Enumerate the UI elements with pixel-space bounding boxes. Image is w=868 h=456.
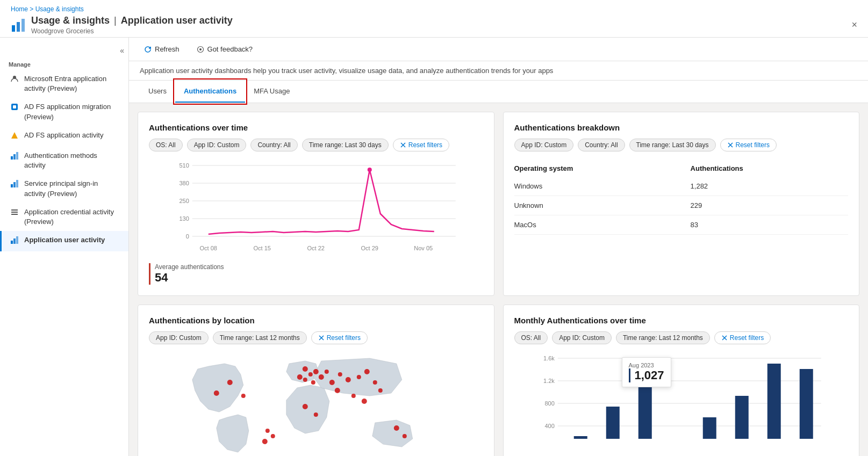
content-area: Authentications over time OS: All App ID…: [129, 103, 868, 456]
chip-breakdown-country[interactable]: Country: All: [578, 139, 625, 151]
svg-point-57: [362, 399, 367, 404]
close-button[interactable]: ×: [851, 19, 857, 31]
line-chart-container: 510 380 250 130 0 Oct 08 Oct 15 Oct 22 O…: [149, 160, 483, 257]
tab-authentications[interactable]: Authentications: [175, 81, 245, 103]
chip-location-reset[interactable]: Reset filters: [311, 331, 368, 344]
breadcrumb-home[interactable]: Home: [11, 5, 28, 13]
chip-monthly-os[interactable]: OS: All: [514, 331, 548, 344]
svg-point-58: [378, 388, 383, 393]
filter-chips-monthly: OS: All App ID: Custom Time range: Last …: [514, 331, 849, 344]
refresh-label: Refresh: [155, 45, 180, 53]
description-bar: Application user activity dashboards hel…: [129, 61, 868, 81]
svg-text:Oct 29: Oct 29: [361, 245, 378, 251]
svg-rect-11: [13, 182, 16, 187]
svg-point-52: [357, 375, 361, 379]
svg-point-44: [303, 378, 307, 382]
sidebar-item-app-user-activity[interactable]: Application user activity: [0, 231, 128, 251]
breadcrumb: Home > Usage & insights: [11, 5, 857, 13]
svg-rect-7: [11, 156, 13, 160]
svg-rect-12: [16, 180, 18, 187]
reset-filter-icon-4: [721, 335, 728, 341]
svg-text:1.6k: 1.6k: [543, 355, 554, 361]
svg-point-54: [373, 380, 377, 385]
chip-reset-filters[interactable]: Reset filters: [393, 139, 449, 151]
chip-location-app-id[interactable]: App ID: Custom: [149, 331, 209, 344]
sidebar-item-adfs-activity[interactable]: AD FS application activity: [0, 126, 128, 147]
svg-point-59: [303, 404, 308, 409]
tab-users[interactable]: Users: [140, 81, 175, 103]
svg-marker-6: [11, 132, 18, 139]
chip-monthly-time-range[interactable]: Time range: Last 12 months: [616, 331, 710, 344]
svg-rect-73: [573, 436, 587, 439]
svg-rect-80: [799, 369, 813, 439]
svg-point-37: [214, 390, 219, 396]
table-row: Windows 1,282: [514, 177, 849, 196]
svg-point-47: [319, 374, 324, 380]
feedback-button[interactable]: Got feedback?: [192, 43, 257, 55]
chip-monthly-app-id[interactable]: App ID: Custom: [552, 331, 612, 344]
card-auth-over-time-title: Authentications over time: [149, 123, 483, 132]
svg-text:0: 0: [186, 233, 189, 240]
count-macos: 83: [691, 215, 848, 235]
filter-chips-breakdown: App ID: Custom Country: All Time range: …: [514, 139, 849, 151]
sidebar-item-auth-methods[interactable]: Authentication methods activity: [0, 147, 128, 175]
breakdown-col-auth: Authentications: [691, 160, 848, 177]
app-icon: [11, 18, 26, 33]
auth-methods-icon: [10, 151, 19, 163]
chip-breakdown-reset[interactable]: Reset filters: [720, 139, 777, 151]
svg-point-56: [351, 394, 356, 398]
svg-rect-2: [21, 19, 25, 32]
svg-text:510: 510: [179, 162, 189, 169]
chip-monthly-reset[interactable]: Reset filters: [714, 331, 771, 344]
chip-app-id-custom[interactable]: App ID: Custom: [187, 139, 247, 151]
avg-label: Average authentications 54: [149, 263, 483, 285]
svg-text:400: 400: [544, 423, 554, 429]
toolbar: Refresh Got feedback?: [129, 38, 868, 61]
sidebar-item-app-credential-label: Application credential activity (Preview…: [24, 207, 120, 227]
svg-text:Oct 15: Oct 15: [254, 245, 271, 251]
chip-time-range[interactable]: Time range: Last 30 days: [302, 139, 389, 151]
sidebar-item-service-principal[interactable]: Service principal sign-in activity (Prev…: [0, 175, 128, 202]
line-chart: 510 380 250 130 0 Oct 08 Oct 15 Oct 22 O…: [149, 160, 483, 257]
app-credential-icon: [10, 208, 19, 219]
svg-rect-1: [17, 22, 20, 32]
user-icon: [10, 75, 19, 86]
chart-tooltip: Aug 2023 1,027: [622, 357, 671, 387]
chip-country-all[interactable]: Country: All: [250, 139, 297, 151]
count-unknown: 229: [691, 196, 848, 215]
breadcrumb-current: Usage & insights: [35, 5, 84, 13]
chip-os-all[interactable]: OS: All: [149, 139, 183, 151]
chip-location-time-range[interactable]: Time range: Last 12 months: [213, 331, 307, 344]
sidebar-item-app-user-activity-label: Application user activity: [24, 235, 105, 245]
tooltip-date: Aug 2023: [629, 362, 664, 368]
svg-point-62: [403, 434, 407, 438]
chip-breakdown-app-id[interactable]: App ID: Custom: [514, 139, 574, 151]
count-windows: 1,282: [691, 177, 848, 196]
filter-chips-over-time: OS: All App ID: Custom Country: All Time…: [149, 139, 483, 151]
tab-mfa-usage[interactable]: MFA Usage: [245, 81, 298, 103]
svg-text:Nov 05: Nov 05: [414, 245, 433, 251]
svg-point-64: [271, 434, 275, 438]
svg-point-36: [368, 168, 372, 172]
svg-rect-10: [11, 184, 13, 187]
sidebar-item-app-credential[interactable]: Application credential activity (Preview…: [0, 203, 128, 231]
breakdown-col-os: Operating system: [514, 160, 691, 177]
svg-point-51: [346, 377, 351, 382]
os-windows: Windows: [514, 177, 691, 196]
sidebar-item-entra-activity[interactable]: Microsoft Entra application activity (Pr…: [0, 70, 128, 98]
page-title: Usage & insights | Application user acti…: [31, 15, 233, 26]
svg-rect-9: [16, 152, 18, 160]
card-auth-by-location: Authentications by location App ID: Cust…: [138, 305, 494, 456]
sidebar-item-adfs-migration[interactable]: AD FS application migration (Preview): [0, 98, 128, 126]
reset-filter-icon: [400, 142, 406, 148]
chip-breakdown-time-range[interactable]: Time range: Last 30 days: [629, 139, 716, 151]
filter-chips-location: App ID: Custom Time range: Last 12 month…: [149, 331, 483, 344]
refresh-button[interactable]: Refresh: [140, 43, 184, 55]
collapse-sidebar-button[interactable]: «: [120, 46, 124, 55]
svg-text:250: 250: [179, 198, 189, 204]
feedback-label: Got feedback?: [207, 45, 253, 53]
svg-point-49: [329, 380, 335, 385]
bar-chart-svg: 1.6k 1.2k 800 400: [514, 353, 849, 456]
sidebar-section-manage: Manage: [0, 57, 128, 70]
sidebar-item-entra-activity-label: Microsoft Entra application activity (Pr…: [24, 74, 120, 93]
